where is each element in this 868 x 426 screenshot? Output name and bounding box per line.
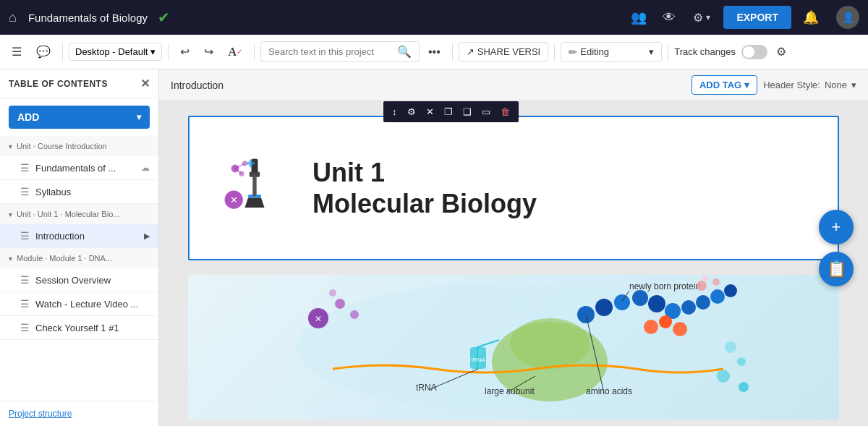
header-style-label: Header Style: [763, 80, 820, 90]
svg-text:tRNA: tRNA [471, 357, 485, 363]
block-copy-button[interactable]: ❐ [440, 104, 457, 119]
bell-icon[interactable]: 🔔 [803, 9, 819, 25]
content-header: Introduction ADD TAG ▾ Header Style: Non… [159, 69, 868, 101]
gear-icon: ⚙ [693, 11, 703, 25]
toc-items: ▾ Unit · Course Introduction ☰ Fundament… [0, 136, 158, 401]
divider3 [254, 43, 255, 61]
editing-mode-select[interactable]: ✏ Editing ▾ [561, 42, 662, 62]
unit-title-line1: Unit 1 Molecular Biology [312, 157, 537, 219]
more-button[interactable]: ••• [422, 43, 446, 61]
chevron-down-icon: ▾ [9, 142, 12, 150]
users-icon[interactable]: 👥 [631, 9, 647, 25]
project-structure-link[interactable]: Project structure [0, 401, 158, 426]
svg-text:newly born protein: newly born protein [629, 281, 700, 291]
sidebar-item-dna-module[interactable]: ▾ Module · Module 1 · DNA... [0, 248, 158, 268]
sidebar-item-syllabus[interactable]: ☰ Syllabus [0, 180, 158, 204]
search-icon[interactable]: 🔍 [397, 45, 412, 59]
divider4 [452, 43, 453, 61]
add-button[interactable]: ADD ▾ [9, 106, 150, 129]
fab-area: + 📋 [819, 210, 854, 286]
layout-icon: ☰ [12, 45, 22, 59]
chevron-down-icon: ▾ [9, 210, 12, 218]
pencil-icon: ✏ [569, 46, 577, 58]
comment-button[interactable]: 💬 [30, 42, 56, 61]
sidebar-item-introduction[interactable]: ☰ Introduction ▶ [0, 224, 158, 248]
add-tag-button[interactable]: ADD TAG ▾ [692, 75, 757, 95]
layout-toggle-button[interactable]: ☰ [6, 42, 27, 61]
item-label: Watch - Lecture Video ... [35, 299, 150, 310]
sidebar-item-fundamentals[interactable]: ☰ Fundamentals of ... ☁ [0, 156, 158, 180]
share-label: SHARE VERSI [477, 46, 540, 57]
sidebar: TABLE OF CONTENTS ✕ ADD ▾ ▾ Unit · Cours… [0, 69, 159, 426]
item-label: Fundamentals of ... [35, 163, 135, 174]
svg-point-22 [724, 284, 737, 297]
add-tag-chevron-icon: ▾ [744, 80, 749, 90]
svg-text:amino acids: amino acids [586, 386, 632, 396]
toolbar: ☰ 💬 Desktop - Default ▾ ↩ ↪ A✓ 🔍 ••• ↗ S… [0, 35, 868, 69]
track-changes-label: Track changes [674, 46, 736, 57]
svg-point-15 [614, 294, 630, 310]
more-icon: ••• [428, 46, 441, 59]
svg-point-21 [710, 289, 725, 304]
sidebar-item-check-yourself[interactable]: ☰ Check Yourself 1 #1 [0, 316, 158, 340]
check-icon: ✔ [158, 9, 170, 26]
clipboard-icon: 📋 [827, 260, 846, 278]
move-up-button[interactable]: ↕ [388, 104, 401, 119]
export-button[interactable]: EXPORT [723, 6, 791, 29]
sidebar-item-watch-lecture[interactable]: ☰ Watch - Lecture Video ... [0, 292, 158, 316]
share-version-button[interactable]: ↗ SHARE VERSI [459, 42, 548, 61]
search-input[interactable] [268, 46, 393, 57]
svg-point-24 [659, 315, 672, 328]
toolbar-settings-button[interactable]: ⚙ [770, 42, 792, 61]
chevron-down-icon: ▾ [150, 46, 156, 57]
more-action-icon[interactable]: ☁ [141, 163, 150, 173]
content-area: Introduction ADD TAG ▾ Header Style: Non… [159, 69, 868, 426]
track-changes-toggle[interactable] [741, 45, 767, 59]
redo-button[interactable]: ↪ [198, 42, 219, 61]
add-chevron-icon: ▾ [137, 112, 141, 122]
spell-icon: A [228, 46, 237, 59]
dna-block: tRNA newly born protein amino acids larg… [188, 275, 839, 419]
svg-text:✕: ✕ [230, 195, 238, 205]
svg-point-44 [739, 382, 749, 392]
block-settings-button[interactable]: ⚙ [403, 104, 420, 119]
undo-button[interactable]: ↩ [174, 42, 195, 61]
home-icon[interactable]: ⌂ [9, 10, 17, 25]
toggle-knob [743, 46, 754, 58]
clipboard-fab-button[interactable]: 📋 [819, 252, 854, 286]
spellcheck-button[interactable]: A✓ [222, 43, 248, 61]
add-fab-button[interactable]: + [819, 210, 854, 244]
svg-point-42 [737, 357, 746, 366]
svg-point-45 [697, 281, 707, 291]
header-style-chevron-icon[interactable]: ▾ [851, 80, 856, 90]
gear-chevron: ▾ [706, 12, 710, 22]
svg-point-23 [673, 322, 687, 336]
sidebar-item-course-intro-unit[interactable]: ▾ Unit · Course Introduction [0, 136, 158, 156]
unit-icon-area: ✕ [218, 156, 291, 221]
block-paste-button[interactable]: ❑ [459, 104, 476, 119]
page-icon: ☰ [20, 230, 30, 242]
block-delete-button[interactable]: 🗑 [496, 104, 514, 119]
search-bar[interactable]: 🔍 [260, 41, 420, 62]
unit-block: ✕ Unit 1 Molecular Biology [188, 116, 839, 260]
item-label: Check Yourself 1 #1 [35, 323, 150, 333]
svg-point-43 [717, 370, 730, 383]
sidebar-item-session-overview[interactable]: ☰ Session Overview [0, 268, 158, 292]
svg-point-38 [335, 299, 345, 309]
sidebar-item-molecular-bio-unit[interactable]: ▾ Unit · Unit 1 · Molecular Bio... [0, 204, 158, 224]
header-style-value: None [825, 80, 847, 90]
svg-point-41 [725, 341, 736, 353]
close-icon[interactable]: ✕ [140, 77, 150, 90]
avatar[interactable]: 👤 [836, 6, 859, 29]
layout-select[interactable]: Desktop - Default ▾ [69, 43, 162, 61]
document-area: ✕ Unit 1 Molecular Biology [159, 101, 868, 426]
block-duplicate-button[interactable]: ▭ [477, 104, 495, 119]
share-icon: ↗ [467, 46, 475, 57]
item-label: Syllabus [35, 187, 150, 197]
svg-text:large subunit: large subunit [485, 386, 535, 396]
divider5 [554, 43, 555, 61]
block-cut-button[interactable]: ✕ [422, 104, 438, 119]
preview-icon[interactable]: 👁 [663, 10, 676, 25]
settings-btn[interactable]: ⚙ ▾ [687, 8, 716, 27]
undo-icon: ↩ [180, 45, 190, 59]
